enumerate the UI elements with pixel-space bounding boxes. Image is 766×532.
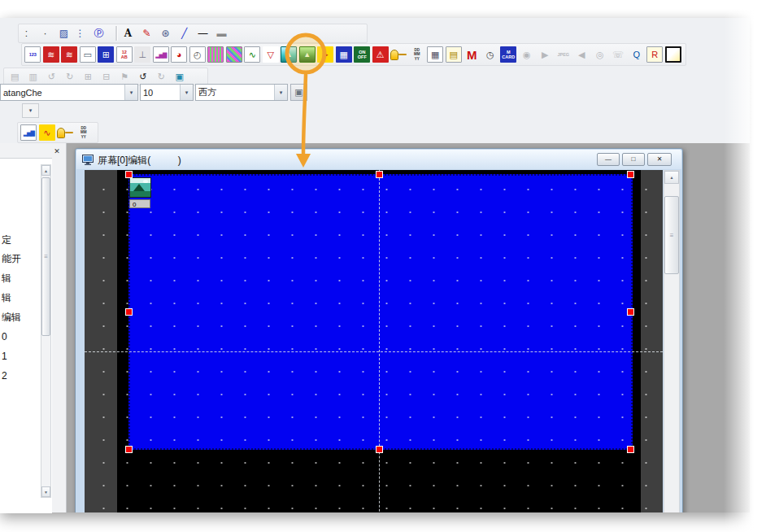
pattern-plot-icon[interactable] (207, 46, 224, 63)
redo-icon[interactable]: ↻ (153, 68, 169, 85)
scroll-down-icon[interactable] (41, 486, 50, 497)
line-style-icon[interactable]: — (197, 25, 214, 41)
jpeg-icon[interactable]: JPEG (555, 46, 572, 63)
on-off-switch-icon[interactable]: ON OFF (354, 46, 370, 63)
pen-color-icon[interactable]: ✎ (141, 25, 158, 41)
chevron-down-icon[interactable] (53, 33, 56, 34)
pin-icon[interactable]: ⚑ (116, 68, 133, 85)
gif-display-icon[interactable]: ► (317, 46, 333, 63)
window-scrollbar[interactable] (664, 170, 680, 512)
tree-item[interactable]: 辑 (2, 270, 11, 286)
chevron-down-icon[interactable] (192, 33, 195, 34)
picture-library-icon[interactable]: ▲ (299, 46, 316, 63)
picture-display-icon[interactable]: ▲ (281, 46, 297, 63)
tree-item[interactable]: 辑 (2, 290, 11, 306)
handset-icon[interactable]: ☏ (610, 46, 626, 63)
scrollbar-thumb[interactable] (41, 177, 50, 336)
macro-icon[interactable]: M (464, 46, 480, 63)
numeric-input-icon[interactable]: ≋ (61, 46, 77, 63)
chevron-down-icon[interactable] (155, 33, 158, 34)
valve-icon[interactable]: ⊥ (134, 46, 150, 63)
chevron-down-icon[interactable] (107, 33, 110, 34)
datetime-icon[interactable]: DD MM YY (76, 124, 92, 141)
selection-handle-mid-left[interactable] (126, 309, 132, 315)
selection-handle-top-left[interactable] (126, 172, 132, 177)
small-dropdown[interactable] (22, 103, 39, 118)
pie-chart-icon[interactable]: ◕ (171, 46, 187, 63)
report-icon[interactable]: ▤ (446, 46, 462, 63)
layer-back-icon[interactable]: ▥ (25, 68, 41, 85)
scrollbar-thumb[interactable] (664, 196, 679, 274)
screen-canvas[interactable]: 0 (85, 170, 663, 512)
camera-icon[interactable]: ◉ (519, 46, 535, 63)
pipe-wizard-icon[interactable]: Ⓟ (93, 25, 110, 41)
user-dialog-icon[interactable]: Q (629, 46, 645, 63)
group-icon[interactable]: ⊞ (80, 68, 96, 85)
trend-chart-icon[interactable]: ∿ (244, 46, 260, 63)
paint-roller-icon[interactable]: ▨ (58, 25, 72, 41)
chevron-down-icon[interactable] (229, 33, 233, 34)
video-icon[interactable]: ▶ (537, 46, 553, 63)
webcam-icon[interactable]: ◎ (592, 46, 608, 63)
charset-combo[interactable]: 西方 (195, 84, 288, 101)
rect-style-icon[interactable]: ▬ (215, 25, 233, 41)
table-display-icon[interactable]: ▦ (336, 46, 352, 63)
calendar-icon[interactable]: ▦ (427, 46, 443, 63)
selection-handle-top-right[interactable] (628, 172, 633, 177)
chevron-down-icon[interactable] (180, 85, 193, 100)
chevron-down-icon[interactable] (23, 104, 38, 117)
select-tool-icon[interactable]: ▣ (172, 68, 188, 85)
alarm-display-icon[interactable]: ⚠ (372, 46, 389, 63)
tree-item[interactable]: 0 (2, 329, 7, 345)
meter-icon[interactable]: ◴ (189, 46, 206, 63)
storage-card-icon[interactable]: M CARD (500, 46, 516, 63)
screen-background-object[interactable] (128, 174, 633, 450)
recipe-icon[interactable]: R (646, 46, 663, 63)
ruler-icon[interactable]: ⋮ (74, 25, 91, 41)
layer-front-icon[interactable]: ▤ (7, 68, 23, 85)
stub-tool-icon[interactable]: : (20, 25, 37, 41)
window-titlebar[interactable]: 屏幕[0]编辑( ) — □ ✕ (76, 150, 681, 169)
tree-item[interactable]: 能开 (2, 251, 21, 267)
tree-item[interactable]: 编辑 (2, 309, 21, 325)
font-style-button[interactable]: ▣ (290, 84, 307, 101)
selection-handle-bottom-center[interactable] (376, 447, 382, 452)
xy-chart-icon[interactable]: ∿ (39, 124, 55, 141)
date-display-icon[interactable]: DD MM YY (409, 46, 425, 63)
char-display-icon[interactable]: 12 AB (116, 46, 133, 63)
close-button[interactable]: ✕ (647, 153, 672, 166)
history-chart-icon[interactable]: ▂▅▇ (20, 124, 37, 141)
undo-icon[interactable]: ↺ (135, 68, 151, 85)
tree-item[interactable]: 1 (2, 348, 7, 364)
keypad-icon[interactable]: ⊞ (98, 46, 114, 63)
bar-chart-icon[interactable]: ▂▅▇ (153, 46, 169, 63)
maximize-button[interactable]: □ (622, 153, 645, 166)
audio-icon[interactable]: ◀ (573, 46, 590, 63)
font-icon[interactable]: A (122, 25, 139, 41)
ungroup-icon[interactable]: ⊟ (98, 68, 115, 85)
selection-handle-bottom-left[interactable] (126, 447, 132, 452)
text-display-icon[interactable]: ▭ (80, 46, 96, 63)
chevron-down-icon[interactable] (136, 33, 139, 34)
tree-item[interactable]: 定 (2, 232, 11, 248)
line-tool-icon[interactable]: ╱ (178, 25, 195, 41)
screensaver-icon[interactable] (665, 46, 681, 63)
scroll-up-icon[interactable] (41, 165, 50, 176)
chevron-down-icon[interactable] (173, 33, 176, 34)
chevron-down-icon[interactable] (124, 85, 137, 100)
rotate-right-icon[interactable]: ↻ (62, 68, 78, 85)
selection-handle-mid-right[interactable] (628, 309, 633, 315)
pattern-fill-icon[interactable] (226, 46, 242, 63)
picture-object[interactable] (129, 177, 151, 198)
bell-icon[interactable] (57, 124, 73, 141)
point-tool-icon[interactable]: · (39, 25, 56, 41)
numeric-display-icon[interactable]: ≋ (43, 46, 59, 63)
alarm-bell-icon[interactable] (390, 46, 407, 63)
close-icon[interactable]: ✕ (51, 146, 63, 156)
tree-item[interactable]: 2 (2, 368, 7, 384)
selection-handle-bottom-right[interactable] (628, 447, 633, 452)
scroll-up-icon[interactable] (664, 171, 679, 184)
palette-icon[interactable]: ⊛ (159, 25, 176, 41)
chevron-down-icon[interactable] (88, 33, 91, 34)
data-table-icon[interactable]: 123 (24, 46, 41, 63)
